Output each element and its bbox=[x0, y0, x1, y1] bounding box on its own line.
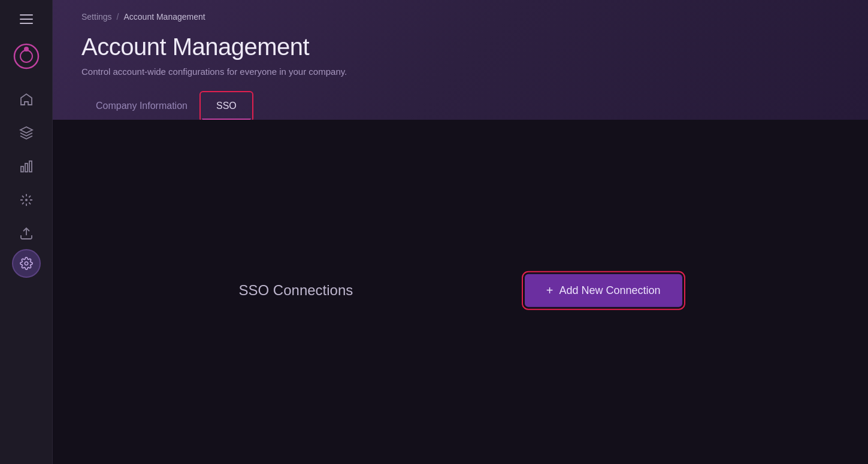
svg-point-2 bbox=[24, 47, 29, 51]
page-title: Account Management bbox=[81, 34, 839, 60]
content-area: SSO Connections + Add New Connection bbox=[53, 120, 868, 464]
add-connection-label: Add New Connection bbox=[559, 284, 660, 296]
sidebar-item-chart[interactable] bbox=[11, 151, 42, 182]
breadcrumb: Settings / Account Management bbox=[81, 12, 839, 22]
settings-button[interactable] bbox=[12, 249, 41, 278]
sso-connections-label: SSO Connections bbox=[239, 282, 353, 299]
svg-rect-3 bbox=[21, 166, 23, 172]
page-subtitle: Control account-wide configurations for … bbox=[81, 66, 839, 77]
sidebar-item-cube[interactable] bbox=[11, 117, 42, 148]
sso-connections-section: SSO Connections + Add New Connection bbox=[191, 274, 730, 307]
tabs: Company Information SSO bbox=[81, 93, 839, 120]
header-area: Settings / Account Management Account Ma… bbox=[53, 0, 868, 120]
hamburger-menu-button[interactable] bbox=[12, 7, 41, 31]
sidebar-item-home[interactable] bbox=[11, 84, 42, 115]
plus-icon: + bbox=[546, 283, 554, 297]
sidebar bbox=[0, 0, 53, 464]
svg-point-6 bbox=[25, 199, 28, 201]
tab-sso[interactable]: SSO bbox=[202, 93, 251, 120]
tab-company-information[interactable]: Company Information bbox=[81, 93, 202, 120]
svg-rect-5 bbox=[29, 161, 32, 172]
sidebar-nav bbox=[0, 84, 52, 249]
breadcrumb-current: Account Management bbox=[123, 12, 205, 22]
svg-point-8 bbox=[25, 262, 28, 265]
add-new-connection-button[interactable]: + Add New Connection bbox=[525, 274, 682, 307]
svg-point-1 bbox=[20, 50, 32, 62]
sidebar-item-upload[interactable] bbox=[11, 218, 42, 249]
sidebar-item-sparkle[interactable] bbox=[11, 184, 42, 216]
breadcrumb-settings[interactable]: Settings bbox=[81, 12, 112, 22]
main-content: Settings / Account Management Account Ma… bbox=[53, 0, 868, 464]
logo-icon bbox=[13, 43, 40, 69]
svg-rect-4 bbox=[25, 163, 28, 172]
breadcrumb-separator: / bbox=[117, 12, 119, 22]
